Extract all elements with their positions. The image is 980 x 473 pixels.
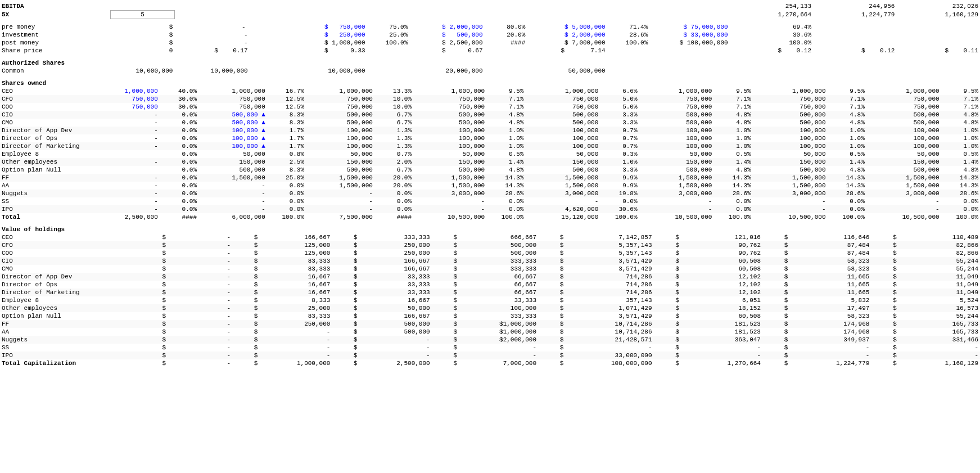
investment-label: investment <box>0 31 111 39</box>
value-holdings-row: Director of App Dev $ - $ 16,667 $ 33,33… <box>0 273 980 281</box>
value-holdings-row: Option plan Null $ - $ 83,333 $ 166,667 … <box>0 312 980 320</box>
shares-owned-row: IPO - 0.0% - 0.0% - 0.0% - 0.0% 4,620,00… <box>0 205 980 213</box>
row-label: AA <box>0 182 101 190</box>
row-label: SS <box>0 344 147 352</box>
premoney-row: pre money $ - $ 750,000 75.0% $ 2,000,00… <box>0 23 980 31</box>
spreadsheet-container: EBITDA 254,133 244,956 232,026 5X 5 1,27… <box>0 0 980 370</box>
shares-owned-label: Shares owned <box>0 79 980 87</box>
shares-owned-row: AA - 0.0% - 0.0% 1,500,000 20.0% 1,500,0… <box>0 182 980 190</box>
value-holdings-row: Nuggets $ - $ - $ - $ $2,000,000 $ 21,42… <box>0 336 980 344</box>
investment-row: investment $ - $ 250,000 25.0% $ 500,000… <box>0 31 980 39</box>
auth-c1: 10,000,000 <box>111 67 175 75</box>
postmoney-row: post money $ - $ 1,000,000 100.0% $ 2,50… <box>0 39 980 47</box>
shares-owned-row: Nuggets - 0.0% - 0.0% - 0.0% 3,000,000 2… <box>0 190 980 197</box>
value-holdings-row: Other employees $ - $ 25,000 $ 50,000 $ … <box>0 304 980 312</box>
value-holdings-row: CIO $ - $ 83,333 $ 166,667 $ 333,333 $ 3… <box>0 257 980 265</box>
row-label: CFO <box>0 95 101 103</box>
5x-c9: 1,270,664 <box>735 10 813 19</box>
shares-owned-row: COO 750,000 30.0% 750,000 12.5% 750,000 … <box>0 103 980 111</box>
shares-owned-header: Shares owned <box>0 79 980 87</box>
row-label: CFO <box>0 241 147 249</box>
value-holdings-row: CMO $ - $ 83,333 $ 166,667 $ 333,333 $ 3… <box>0 265 980 273</box>
authorized-common-row: Common 10,000,000 10,000,000 10,000,000 … <box>0 67 980 75</box>
5x-c11: 1,160,129 <box>902 10 981 19</box>
row-label: Director of Marketing <box>0 289 147 296</box>
row-label: Other employees <box>0 304 147 312</box>
row-label: Director of Ops <box>0 134 101 142</box>
row-label: CIO <box>0 257 147 265</box>
row-label: Director of App Dev <box>0 127 101 134</box>
shares-owned-row: Director of Marketing - 0.0% 100,000 ▲ 1… <box>0 142 980 150</box>
shares-owned-row: Total 2,500,000 #### 6,000,000 100.0% 7,… <box>0 213 980 221</box>
value-holdings-row: FF $ - $ 250,000 $ 500,000 $ $1,000,000 … <box>0 320 980 328</box>
row-label: CEO <box>0 87 101 95</box>
row-label: Nuggets <box>0 336 147 344</box>
shares-owned-row: Employee 8 0.0% 50,000 0.8% 50,000 0.7% … <box>0 150 980 158</box>
ebitda-c11: 232,026 <box>902 2 981 10</box>
value-holdings-row: CFO $ - $ 125,000 $ 250,000 $ 500,000 $ … <box>0 241 980 249</box>
5x-c10: 1,224,779 <box>818 10 896 19</box>
row-label: Director of App Dev <box>0 273 147 281</box>
shares-owned-row: CFO 750,000 30.0% 750,000 12.5% 750,000 … <box>0 95 980 103</box>
row-label: Director of Marketing <box>0 142 101 150</box>
value-holdings-row: Director of Ops $ - $ 16,667 $ 33,333 $ … <box>0 281 980 289</box>
row-label: CEO <box>0 233 147 241</box>
row-label: COO <box>0 103 101 111</box>
ebitda-label: EBITDA <box>0 2 111 10</box>
shareprice-label: Share price <box>0 47 111 55</box>
row-label: AA <box>0 328 147 336</box>
auth-c2: 10,000,000 <box>180 67 250 75</box>
value-holdings-row: AA $ - $ - $ 500,000 $ $1,000,000 $ 10,7… <box>0 328 980 336</box>
value-holdings-row: CEO $ - $ 166,667 $ 333,333 $ 666,667 $ … <box>0 233 980 241</box>
shares-owned-row: CIO - 0.0% 500,000 ▲ 8.3% 500,000 6.7% 5… <box>0 111 980 119</box>
shareprice-row: Share price 0 $ 0.17 $ 0.33 $ 0.67 $ 7.1… <box>0 47 980 55</box>
ebitda-c9: 254,133 <box>735 2 813 10</box>
row-label: Employee 8 <box>0 296 147 304</box>
row-label: Total Capitalization <box>0 359 147 367</box>
value-holdings-row: Employee 8 $ - $ 8,333 $ 16,667 $ 33,333… <box>0 296 980 304</box>
shares-owned-row: Director of Ops - 0.0% 100,000 ▲ 1.7% 10… <box>0 134 980 142</box>
shares-owned-row: Other employees - 0.0% 150,000 2.5% 150,… <box>0 158 980 166</box>
value-holdings-header: Value of holdings <box>0 226 980 233</box>
auth-c4: 20,000,000 <box>414 67 484 75</box>
row-label: SS <box>0 197 101 205</box>
shares-owned-row: Director of App Dev - 0.0% 100,000 ▲ 1.7… <box>0 127 980 134</box>
premoney-label: pre money <box>0 23 111 31</box>
row-label: CMO <box>0 265 147 273</box>
value-holdings-row: Total Capitalization $ - $ 1,000,000 $ 2… <box>0 359 980 367</box>
5x-row: 5X 5 1,270,664 1,224,779 1,160,129 <box>0 10 980 19</box>
authorized-label: Authorized Shares <box>0 59 980 67</box>
shares-owned-row: FF - 0.0% 1,500,000 25.0% 1,500,000 20.0… <box>0 174 980 182</box>
row-label: Other employees <box>0 158 101 166</box>
row-label: Option plan Null <box>0 312 147 320</box>
authorized-section-header: Authorized Shares <box>0 59 980 67</box>
row-label: IPO <box>0 205 101 213</box>
shares-owned-row: SS - 0.0% - 0.0% - 0.0% - 0.0% - 0.0% - … <box>0 197 980 205</box>
shares-owned-row: CMO - 0.0% 500,000 ▲ 8.3% 500,000 6.7% 5… <box>0 119 980 127</box>
shares-owned-row: CEO 1,000,000 40.0% 1,000,000 16.7% 1,00… <box>0 87 980 95</box>
5x-label: 5X <box>0 10 111 19</box>
row-label: Nuggets <box>0 190 101 197</box>
auth-c5: 50,000,000 <box>532 67 607 75</box>
row-label: Director of Ops <box>0 281 147 289</box>
row-label: IPO <box>0 352 147 359</box>
value-holdings-row: SS $ - $ - $ - $ - $ - $ - $ - $ - <box>0 344 980 352</box>
auth-c3: 10,000,000 <box>297 67 367 75</box>
ebitda-row: EBITDA 254,133 244,956 232,026 <box>0 2 980 10</box>
value-holdings-label: Value of holdings <box>0 226 980 233</box>
value-holdings-row: Director of Marketing $ - $ 16,667 $ 33,… <box>0 289 980 296</box>
row-label: FF <box>0 320 147 328</box>
row-label: COO <box>0 249 147 257</box>
row-label: Total <box>0 213 101 221</box>
ebitda-c10: 244,956 <box>818 2 896 10</box>
shares-owned-row: Option plan Null 0.0% 500,000 8.3% 500,0… <box>0 166 980 174</box>
row-label: CMO <box>0 119 101 127</box>
row-label: Employee 8 <box>0 150 101 158</box>
value-holdings-row: COO $ - $ 125,000 $ 250,000 $ 500,000 $ … <box>0 249 980 257</box>
row-label: FF <box>0 174 101 182</box>
authorized-common-label: Common <box>0 67 111 75</box>
value-holdings-row: IPO $ - $ - $ - $ - $ 33,000,000 $ - $ -… <box>0 352 980 359</box>
5x-value: 5 <box>111 10 175 19</box>
postmoney-label: post money <box>0 39 111 47</box>
row-label: CIO <box>0 111 101 119</box>
